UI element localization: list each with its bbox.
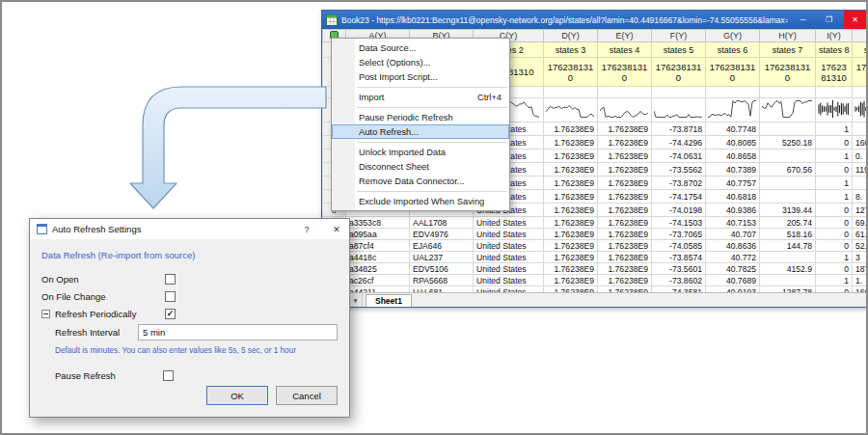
- cell[interactable]: RPA5668: [410, 275, 474, 286]
- cell[interactable]: UAL237: [410, 252, 474, 263]
- cell[interactable]: 0.: [853, 150, 867, 163]
- comment-cell[interactable]: 1762381310: [652, 58, 706, 87]
- cell[interactable]: 40.8636: [706, 240, 760, 252]
- cell[interactable]: -73.8702: [652, 177, 706, 190]
- maximize-icon[interactable]: ❐: [818, 11, 840, 29]
- sheet-list-icon[interactable]: ▼: [349, 293, 363, 307]
- cell[interactable]: 1.76238E9: [544, 190, 598, 204]
- cell[interactable]: 1.76238E9: [598, 163, 652, 177]
- cell[interactable]: 1.76238E9: [544, 263, 598, 275]
- cell[interactable]: -74.0198: [652, 204, 706, 217]
- cell[interactable]: 61.: [853, 229, 867, 240]
- on-open-checkbox[interactable]: [165, 274, 176, 285]
- cell[interactable]: 1.76238E9: [598, 240, 652, 252]
- cell[interactable]: 1.76238E9: [544, 163, 598, 177]
- cell[interactable]: 40.7748: [706, 122, 760, 136]
- comment-cell[interactable]: 1762381310: [853, 58, 867, 87]
- cell[interactable]: 1: [816, 177, 853, 190]
- cell[interactable]: 1.76238E9: [544, 252, 598, 263]
- refresh-interval-input[interactable]: [138, 324, 338, 340]
- cell[interactable]: a34825: [346, 263, 410, 275]
- long-name-cell[interactable]: states 7: [760, 42, 816, 58]
- cell[interactable]: a4418c: [346, 252, 410, 263]
- cell[interactable]: 40.7153: [706, 217, 760, 229]
- cell[interactable]: [760, 252, 816, 263]
- column-header[interactable]: F(Y): [652, 30, 706, 42]
- cell[interactable]: 1.76238E9: [598, 122, 652, 136]
- cell[interactable]: 0: [816, 217, 853, 229]
- cell[interactable]: 0: [816, 204, 853, 217]
- cell[interactable]: 40.9386: [706, 204, 760, 217]
- column-header[interactable]: G(Y): [706, 30, 760, 42]
- cell[interactable]: 1.76238E9: [544, 217, 598, 229]
- cell[interactable]: EJA646: [410, 240, 474, 252]
- fx-cell[interactable]: [598, 87, 652, 98]
- column-header[interactable]: E(Y): [598, 30, 652, 42]
- cell[interactable]: 1.76238E9: [598, 177, 652, 190]
- long-name-cell[interactable]: states 9: [853, 42, 867, 58]
- column-header[interactable]: J(Y): [853, 30, 867, 42]
- fx-cell[interactable]: [816, 87, 853, 98]
- minimize-icon[interactable]: ─: [792, 11, 814, 29]
- comment-cell[interactable]: 1762381310: [706, 58, 760, 87]
- fx-cell[interactable]: [853, 87, 867, 98]
- cell[interactable]: 5250.18: [760, 136, 816, 150]
- menu-item-remove-data-connector[interactable]: Remove Data Connector...: [332, 174, 509, 188]
- refresh-periodically-checkbox[interactable]: ✓: [165, 309, 176, 319]
- cell[interactable]: 1.76238E9: [544, 136, 598, 150]
- cell[interactable]: 0: [816, 163, 853, 177]
- cell[interactable]: -74.0585: [652, 240, 706, 252]
- cell[interactable]: 187.: [853, 263, 867, 275]
- cell[interactable]: AAL1708: [410, 217, 474, 229]
- cell[interactable]: 40.8658: [706, 150, 760, 163]
- fx-cell[interactable]: [706, 87, 760, 98]
- cell[interactable]: ac26cf: [346, 275, 410, 286]
- cell[interactable]: 1.76238E9: [598, 252, 652, 263]
- cell[interactable]: 3139.44: [760, 204, 816, 217]
- menu-item-disconnect-sheet[interactable]: Disconnect Sheet: [332, 159, 509, 174]
- cell[interactable]: 1.76238E9: [598, 275, 652, 286]
- cancel-button[interactable]: Cancel: [276, 386, 338, 405]
- cell[interactable]: 1: [816, 190, 853, 204]
- cell[interactable]: EDV5106: [410, 263, 474, 275]
- cell[interactable]: -74.1503: [652, 217, 706, 229]
- cell[interactable]: United States: [474, 275, 544, 286]
- cell[interactable]: 4152.9: [760, 263, 816, 275]
- cell[interactable]: 1.76238E9: [598, 229, 652, 240]
- cell[interactable]: [760, 177, 816, 190]
- cell[interactable]: 144.78: [760, 240, 816, 252]
- cell[interactable]: 0: [816, 263, 853, 275]
- cell[interactable]: 119.: [853, 163, 867, 177]
- column-header[interactable]: D(Y): [544, 30, 598, 42]
- cell[interactable]: 1.: [853, 275, 867, 286]
- menu-item-post-import-script[interactable]: Post Import Script...: [332, 69, 509, 84]
- cell[interactable]: 1.76238E9: [544, 275, 598, 286]
- cell[interactable]: 1.76238E9: [598, 150, 652, 163]
- cell[interactable]: [853, 177, 867, 190]
- cell[interactable]: 127: [853, 204, 867, 217]
- cell[interactable]: a3353c8: [346, 217, 410, 229]
- pause-refresh-checkbox[interactable]: [163, 370, 174, 381]
- cell[interactable]: -73.7065: [652, 229, 706, 240]
- cell[interactable]: 40.7689: [706, 275, 760, 286]
- cell[interactable]: 40.772: [706, 252, 760, 263]
- cell[interactable]: 1: [816, 122, 853, 136]
- cell[interactable]: 1.76238E9: [598, 217, 652, 229]
- menu-item-import[interactable]: ImportCtrl+4: [332, 90, 509, 104]
- cell[interactable]: [760, 275, 816, 286]
- menu-item-unlock-imported-data[interactable]: Unlock Imported Data: [332, 145, 509, 159]
- cell[interactable]: 40.7389: [706, 163, 760, 177]
- menu-item-exclude-imported-when-saving[interactable]: Exclude Imported When Saving: [332, 194, 509, 208]
- cell[interactable]: 1.76238E9: [598, 136, 652, 150]
- collapse-expander-icon[interactable]: [41, 310, 50, 318]
- cell[interactable]: 40.6818: [706, 190, 760, 204]
- help-icon[interactable]: ?: [294, 219, 319, 239]
- cell[interactable]: 52.: [853, 240, 867, 252]
- cell[interactable]: -74.1754: [652, 190, 706, 204]
- cell[interactable]: -74.4296: [652, 136, 706, 150]
- cell[interactable]: -73.5601: [652, 263, 706, 275]
- cell[interactable]: [760, 190, 816, 204]
- menu-item-auto-refresh[interactable]: Auto Refresh...: [332, 124, 509, 139]
- cell[interactable]: 3: [853, 252, 867, 263]
- cell[interactable]: -73.8574: [652, 252, 706, 263]
